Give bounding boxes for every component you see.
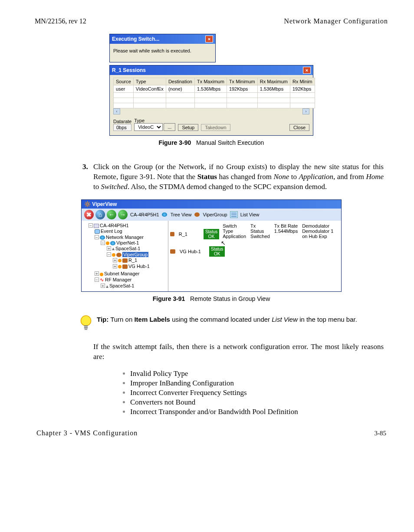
val-tx-status: Switched [250,234,270,239]
executing-switch-title: Executing Switch... [112,36,159,42]
figure-caption: Figure 3-90 Manual Switch Execution [159,139,264,146]
doc-id: MN/22156, rev 12 [35,17,86,25]
close-button[interactable]: Close [289,124,309,131]
cursor-icon: ↖ [221,240,226,246]
status-badge: StatusOK [209,246,225,257]
viperview-toolbar: ✖ ⌂ ← → CA-4R4P5H1 Tree View ViperGroup … [82,209,341,221]
step-3-text: 3. Click on the Group (or the Network, i… [93,162,384,192]
tree-root[interactable]: CA-4R4P5H1 [100,223,129,228]
globe-icon [100,235,105,240]
list-name: VG Hub-1 [180,249,206,254]
viperview-title: 🔆 ViperView [84,201,117,207]
col-destination[interactable]: Destination [166,78,194,85]
cell: 1.536Mbps [257,85,290,93]
breadcrumb-group[interactable]: ViperGroup [203,212,227,217]
group-icon [116,253,122,257]
val-tx-bitrate: 1.544Mbps [274,228,298,234]
status-badge: StatusOK [204,229,219,239]
node-icon [170,232,174,236]
tree-rf-manager[interactable]: RF Manager [105,277,131,282]
list-item[interactable]: VG Hub-1 StatusOK [170,246,339,257]
col-type[interactable]: Type [133,78,166,85]
col-tx-bitrate: Tx Bit Rate [274,223,298,228]
list-item: Incorrect Converter Frequency Settings [130,388,388,397]
home-icon[interactable]: ⌂ [95,210,105,219]
col-demodulator: Demodulator [302,223,329,228]
type-select[interactable]: VideoC [134,123,163,131]
svg-rect-3 [85,329,87,330]
cell: 192Kbps [290,85,315,93]
tree-panel[interactable]: −CA-4R4P5H1 Event Log −Network Manager −… [82,221,168,292]
executing-switch-message: Please wait while switch is executed. [113,48,212,53]
list-item: Invalid Policy Type [130,369,388,378]
list-name: R_1 [179,232,200,237]
node-icon [122,258,128,263]
svg-point-0 [81,316,91,326]
cell: VideoConfEx [133,85,166,93]
col-tx-min[interactable]: Tx Minimum [227,78,257,85]
tree-view-label[interactable]: Tree View [171,212,192,217]
table-row [114,103,315,108]
table-row[interactable]: user VideoConfEx (none) 1.536Mbps 192Kbp… [114,85,315,93]
type-browse-button[interactable]: ... [164,123,175,131]
tree-spacesat[interactable]: SpaceSat-1 [115,246,140,251]
list-icon[interactable] [230,211,238,218]
failure-intro: If the switch attempt fails, then there … [93,342,384,362]
footer-page: 3-85 [375,430,387,437]
tree-vipernet[interactable]: ViperNet-1 [116,240,139,245]
scroll-left-icon[interactable]: ‹ [113,108,120,114]
datarate-value: 0bps [113,124,131,131]
tree-r1[interactable]: R_1 [128,258,137,263]
satellite-icon [112,248,115,250]
cell: (none) [166,85,194,93]
tree-vipergroup-selected[interactable]: ViperGroup [122,252,148,257]
figure-caption: Figure 3-91 Remote Status in Group View [153,295,270,302]
cell: 192Kbps [227,85,257,93]
col-tx-status: Tx Status [250,223,264,234]
doc-section-title: Network Manager Configuration [284,17,388,25]
cell: 1.536Mbps [194,85,227,93]
list-item[interactable]: R_1 StatusOK Switch TypeApplication↖ Tx … [170,223,339,245]
list-view-label[interactable]: List View [240,212,260,217]
scroll-right-icon[interactable]: › [302,108,309,114]
datarate-label: Datarate [113,119,131,124]
col-source[interactable]: Source [114,78,134,85]
val-switch-type: Application [223,234,246,239]
type-label: Type [134,118,175,123]
tree-network-manager[interactable]: Network Manager [106,235,144,240]
lightbulb-icon [80,315,92,332]
footer-chapter: Chapter 3 - VMS Configuration [36,429,138,437]
close-icon[interactable]: × [303,67,311,74]
forward-icon[interactable]: → [118,210,128,219]
executing-switch-dialog: Executing Switch... × Please wait while … [109,34,216,62]
col-tx-max[interactable]: Tx Maximum [194,78,227,85]
close-icon[interactable]: × [205,36,213,42]
status-dot-icon [106,242,109,245]
stop-icon[interactable]: ✖ [84,210,94,219]
event-log-icon [95,229,100,234]
table-row [114,98,315,103]
back-icon[interactable]: ← [107,210,116,219]
viperview-window: 🔆 ViperView ✖ ⌂ ← → CA-4R4P5H1 Tree View… [81,199,342,292]
takedown-button[interactable]: Takedown [201,124,230,131]
tree-vghub[interactable]: VG Hub-1 [128,264,150,269]
sessions-dialog: R_1 Sessions × Source Type Destination T… [109,65,313,136]
cell: user [114,85,134,93]
tip-block: Tip: Turn on Item Labels using the comma… [80,315,388,332]
table-row [114,93,315,98]
globe-icon [162,212,167,217]
list-item: Improper InBanding Configuration [130,379,388,388]
svg-rect-2 [84,327,88,329]
col-rx-max[interactable]: Rx Maximum [257,78,290,85]
list-item: Converters not Bound [130,398,388,407]
svg-rect-1 [84,326,88,327]
tree-subnet-manager[interactable]: Subnet Manager [104,271,139,276]
setup-button[interactable]: Setup [178,124,198,131]
tree-spacesat-2[interactable]: SpaceSat-1 [109,283,134,288]
tree-event-log[interactable]: Event Log [101,228,122,234]
col-rx-min[interactable]: Rx Minim [290,78,315,85]
sessions-title: R_1 Sessions [112,67,146,73]
rf-icon: ∿ [100,277,104,282]
breadcrumb-root[interactable]: CA-4R4P5H1 [130,212,159,217]
val-demodulator: Demodulator 1 on Hub Exp [302,228,333,239]
